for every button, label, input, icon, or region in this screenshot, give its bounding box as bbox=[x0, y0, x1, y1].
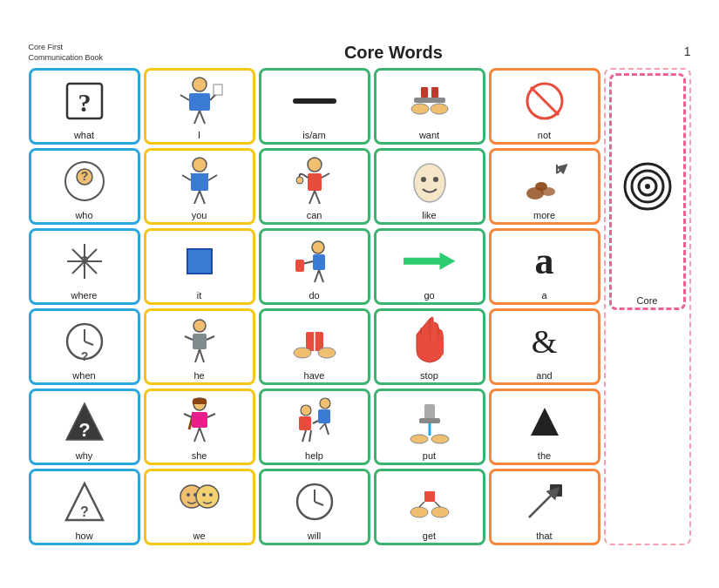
core-card[interactable]: Core bbox=[609, 73, 686, 310]
card-it[interactable]: it bbox=[144, 228, 255, 305]
svg-line-6 bbox=[180, 95, 189, 100]
brand-text: Core First Communication Book bbox=[29, 43, 104, 63]
svg-line-63 bbox=[185, 336, 193, 340]
svg-text:?: ? bbox=[80, 504, 89, 519]
svg-point-67 bbox=[294, 348, 311, 358]
svg-line-110 bbox=[419, 502, 424, 507]
want-icon bbox=[407, 74, 452, 127]
card-what[interactable]: ? what bbox=[29, 68, 140, 145]
svg-text:?: ? bbox=[80, 254, 89, 269]
can-label: can bbox=[307, 210, 322, 220]
svg-line-106 bbox=[315, 502, 323, 505]
card-why[interactable]: ? why bbox=[29, 389, 140, 465]
card-put[interactable]: put bbox=[374, 389, 485, 465]
you-label: you bbox=[192, 210, 207, 220]
card-he[interactable]: he bbox=[144, 308, 255, 385]
card-isam[interactable]: is/am bbox=[259, 68, 370, 145]
card-you[interactable]: you bbox=[144, 148, 255, 225]
that-icon bbox=[522, 475, 567, 528]
core-icon bbox=[621, 79, 674, 293]
not-label: not bbox=[538, 130, 551, 140]
svg-rect-20 bbox=[191, 173, 208, 191]
put-label: put bbox=[423, 450, 436, 461]
card-get[interactable]: get bbox=[374, 469, 485, 545]
svg-line-27 bbox=[309, 191, 315, 204]
svg-line-78 bbox=[194, 428, 200, 442]
help-label: help bbox=[305, 450, 323, 461]
svg-line-5 bbox=[200, 111, 205, 124]
svg-point-100 bbox=[187, 493, 190, 497]
card-I[interactable]: I bbox=[144, 68, 255, 145]
more-label: more bbox=[533, 210, 555, 220]
she-label: she bbox=[192, 450, 207, 461]
svg-point-99 bbox=[196, 485, 219, 508]
how-label: how bbox=[75, 531, 92, 541]
more-icon bbox=[522, 154, 567, 207]
svg-point-12 bbox=[411, 104, 429, 114]
who-label: who bbox=[75, 210, 92, 220]
card-stop[interactable]: stop bbox=[374, 308, 485, 385]
card-who[interactable]: ? who bbox=[29, 148, 140, 225]
svg-line-113 bbox=[529, 491, 555, 517]
svg-rect-73 bbox=[417, 350, 444, 355]
card-can[interactable]: can bbox=[259, 148, 370, 225]
svg-rect-77 bbox=[192, 412, 207, 428]
card-go[interactable]: go bbox=[374, 228, 485, 305]
card-do[interactable]: do bbox=[259, 228, 370, 305]
svg-line-80 bbox=[184, 414, 192, 417]
svg-line-64 bbox=[207, 336, 214, 340]
card-want[interactable]: want bbox=[374, 68, 485, 145]
svg-point-59 bbox=[193, 320, 206, 332]
card-a[interactable]: a a bbox=[489, 228, 600, 305]
card-will[interactable]: will bbox=[259, 469, 370, 545]
put-icon bbox=[407, 395, 452, 448]
card-how[interactable]: ? how bbox=[29, 469, 140, 545]
svg-point-33 bbox=[433, 177, 438, 182]
svg-rect-9 bbox=[414, 98, 445, 103]
card-not[interactable]: not bbox=[489, 68, 600, 145]
card-that[interactable]: that bbox=[489, 469, 600, 545]
svg-point-29 bbox=[296, 177, 303, 184]
card-and[interactable]: & and bbox=[489, 308, 600, 385]
svg-point-36 bbox=[535, 182, 547, 191]
brand-line1: Core First bbox=[29, 43, 104, 53]
stop-icon bbox=[409, 314, 451, 368]
svg-rect-107 bbox=[424, 491, 435, 502]
svg-point-101 bbox=[193, 493, 197, 497]
main-grid: ? what bbox=[29, 68, 600, 545]
page-title: Core Words bbox=[103, 43, 684, 63]
card-she[interactable]: she bbox=[144, 389, 255, 465]
svg-line-81 bbox=[207, 414, 215, 417]
svg-rect-70 bbox=[424, 328, 430, 352]
card-the[interactable]: the bbox=[489, 389, 600, 465]
svg-line-30 bbox=[322, 173, 329, 178]
svg-rect-10 bbox=[421, 87, 428, 98]
will-icon bbox=[292, 475, 337, 528]
go-icon bbox=[404, 234, 456, 287]
card-like[interactable]: like bbox=[374, 148, 485, 225]
svg-rect-11 bbox=[431, 87, 438, 98]
the-label: the bbox=[538, 450, 551, 461]
will-label: will bbox=[308, 531, 321, 541]
card-when[interactable]: ? when bbox=[29, 308, 140, 385]
card-we[interactable]: we bbox=[144, 469, 255, 545]
svg-rect-26 bbox=[308, 173, 322, 191]
when-label: when bbox=[72, 370, 95, 381]
svg-rect-84 bbox=[318, 409, 330, 423]
what-icon: ? bbox=[62, 74, 107, 127]
card-more[interactable]: more bbox=[489, 148, 600, 225]
I-icon bbox=[177, 74, 222, 127]
svg-point-19 bbox=[193, 158, 207, 172]
I-label: I bbox=[198, 130, 200, 140]
card-where[interactable]: ? where bbox=[29, 228, 140, 305]
svg-line-22 bbox=[200, 191, 205, 204]
it-icon bbox=[179, 234, 220, 287]
svg-line-21 bbox=[194, 191, 200, 204]
it-label: it bbox=[197, 290, 202, 301]
card-have[interactable]: have bbox=[259, 308, 370, 385]
we-icon bbox=[177, 475, 222, 528]
svg-text:?: ? bbox=[80, 349, 88, 363]
card-help[interactable]: help bbox=[259, 389, 370, 465]
svg-rect-85 bbox=[299, 416, 311, 430]
svg-point-103 bbox=[209, 493, 213, 497]
